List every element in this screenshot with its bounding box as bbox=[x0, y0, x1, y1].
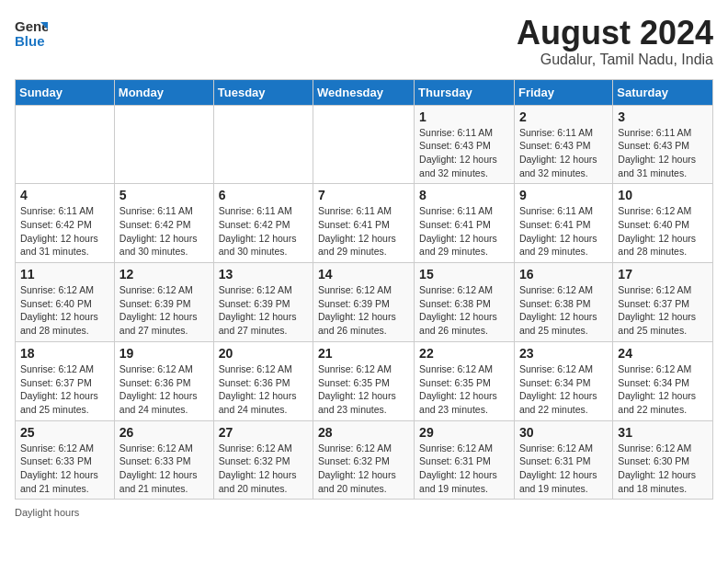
calendar-cell: 10Sunrise: 6:12 AM Sunset: 6:40 PM Dayli… bbox=[613, 184, 713, 263]
day-number: 28 bbox=[318, 425, 409, 440]
calendar-cell: 7Sunrise: 6:11 AM Sunset: 6:41 PM Daylig… bbox=[313, 184, 415, 263]
day-info: Sunrise: 6:11 AM Sunset: 6:42 PM Dayligh… bbox=[20, 204, 109, 259]
day-info: Sunrise: 6:11 AM Sunset: 6:43 PM Dayligh… bbox=[618, 126, 708, 180]
calendar-cell: 27Sunrise: 6:12 AM Sunset: 6:32 PM Dayli… bbox=[213, 420, 313, 500]
calendar-cell: 28Sunrise: 6:12 AM Sunset: 6:32 PM Dayli… bbox=[313, 420, 415, 500]
day-info: Sunrise: 6:12 AM Sunset: 6:37 PM Dayligh… bbox=[20, 362, 109, 417]
day-number: 1 bbox=[419, 109, 509, 124]
page-header: General Blue August 2024 Gudalur, Tamil … bbox=[15, 15, 713, 68]
day-info: Sunrise: 6:12 AM Sunset: 6:39 PM Dayligh… bbox=[318, 283, 409, 338]
day-info: Sunrise: 6:11 AM Sunset: 6:42 PM Dayligh… bbox=[219, 204, 308, 259]
day-info: Sunrise: 6:11 AM Sunset: 6:42 PM Dayligh… bbox=[119, 204, 209, 259]
calendar-cell bbox=[16, 105, 115, 184]
day-number: 22 bbox=[419, 346, 509, 361]
calendar-cell: 17Sunrise: 6:12 AM Sunset: 6:37 PM Dayli… bbox=[613, 263, 713, 342]
calendar-cell: 3Sunrise: 6:11 AM Sunset: 6:43 PM Daylig… bbox=[613, 105, 713, 184]
day-number: 19 bbox=[119, 346, 209, 361]
calendar-cell bbox=[313, 105, 415, 184]
day-info: Sunrise: 6:12 AM Sunset: 6:33 PM Dayligh… bbox=[20, 442, 109, 496]
calendar-cell: 6Sunrise: 6:11 AM Sunset: 6:42 PM Daylig… bbox=[213, 184, 313, 263]
footer-note: Daylight hours bbox=[15, 507, 713, 518]
calendar-cell: 21Sunrise: 6:12 AM Sunset: 6:35 PM Dayli… bbox=[313, 341, 415, 420]
day-info: Sunrise: 6:11 AM Sunset: 6:43 PM Dayligh… bbox=[519, 126, 608, 180]
day-number: 9 bbox=[519, 188, 608, 202]
svg-text:General: General bbox=[15, 18, 48, 34]
day-info: Sunrise: 6:12 AM Sunset: 6:39 PM Dayligh… bbox=[219, 283, 308, 338]
day-number: 6 bbox=[219, 188, 308, 202]
day-number: 8 bbox=[419, 188, 509, 202]
calendar-cell: 8Sunrise: 6:11 AM Sunset: 6:41 PM Daylig… bbox=[415, 184, 515, 263]
day-info: Sunrise: 6:12 AM Sunset: 6:40 PM Dayligh… bbox=[20, 283, 109, 338]
day-info: Sunrise: 6:11 AM Sunset: 6:41 PM Dayligh… bbox=[519, 204, 608, 259]
day-info: Sunrise: 6:12 AM Sunset: 6:30 PM Dayligh… bbox=[618, 442, 708, 496]
calendar-cell: 25Sunrise: 6:12 AM Sunset: 6:33 PM Dayli… bbox=[16, 420, 115, 500]
calendar-day-header: Friday bbox=[514, 79, 612, 105]
calendar-week-row: 11Sunrise: 6:12 AM Sunset: 6:40 PM Dayli… bbox=[16, 263, 713, 342]
day-number: 24 bbox=[618, 346, 708, 361]
calendar-cell: 4Sunrise: 6:11 AM Sunset: 6:42 PM Daylig… bbox=[16, 184, 115, 263]
calendar-cell: 18Sunrise: 6:12 AM Sunset: 6:37 PM Dayli… bbox=[16, 341, 115, 420]
day-info: Sunrise: 6:12 AM Sunset: 6:39 PM Dayligh… bbox=[119, 283, 209, 338]
calendar-cell: 29Sunrise: 6:12 AM Sunset: 6:31 PM Dayli… bbox=[415, 420, 515, 500]
calendar-cell: 9Sunrise: 6:11 AM Sunset: 6:41 PM Daylig… bbox=[514, 184, 612, 263]
day-number: 27 bbox=[219, 425, 308, 440]
calendar-week-row: 25Sunrise: 6:12 AM Sunset: 6:33 PM Dayli… bbox=[16, 420, 713, 500]
day-info: Sunrise: 6:12 AM Sunset: 6:38 PM Dayligh… bbox=[519, 283, 608, 338]
day-info: Sunrise: 6:12 AM Sunset: 6:32 PM Dayligh… bbox=[219, 442, 308, 496]
calendar-cell: 26Sunrise: 6:12 AM Sunset: 6:33 PM Dayli… bbox=[114, 420, 213, 500]
day-number: 26 bbox=[119, 425, 209, 440]
day-info: Sunrise: 6:11 AM Sunset: 6:41 PM Dayligh… bbox=[419, 204, 509, 259]
day-info: Sunrise: 6:12 AM Sunset: 6:31 PM Dayligh… bbox=[419, 442, 509, 496]
calendar-cell bbox=[213, 105, 313, 184]
calendar-week-row: 4Sunrise: 6:11 AM Sunset: 6:42 PM Daylig… bbox=[16, 184, 713, 263]
day-number: 29 bbox=[419, 425, 509, 440]
day-number: 14 bbox=[318, 267, 409, 282]
calendar-day-header: Saturday bbox=[613, 79, 713, 105]
calendar-cell: 15Sunrise: 6:12 AM Sunset: 6:38 PM Dayli… bbox=[415, 263, 515, 342]
day-info: Sunrise: 6:11 AM Sunset: 6:41 PM Dayligh… bbox=[318, 204, 409, 259]
day-info: Sunrise: 6:12 AM Sunset: 6:32 PM Dayligh… bbox=[318, 442, 409, 496]
calendar-cell: 30Sunrise: 6:12 AM Sunset: 6:31 PM Dayli… bbox=[514, 420, 612, 500]
calendar-cell: 16Sunrise: 6:12 AM Sunset: 6:38 PM Dayli… bbox=[514, 263, 612, 342]
location-subtitle: Gudalur, Tamil Nadu, India bbox=[517, 52, 713, 68]
calendar-week-row: 1Sunrise: 6:11 AM Sunset: 6:43 PM Daylig… bbox=[16, 105, 713, 184]
calendar-cell: 11Sunrise: 6:12 AM Sunset: 6:40 PM Dayli… bbox=[16, 263, 115, 342]
calendar-cell: 19Sunrise: 6:12 AM Sunset: 6:36 PM Dayli… bbox=[114, 341, 213, 420]
day-info: Sunrise: 6:12 AM Sunset: 6:31 PM Dayligh… bbox=[519, 442, 608, 496]
day-number: 3 bbox=[618, 109, 708, 124]
day-info: Sunrise: 6:12 AM Sunset: 6:34 PM Dayligh… bbox=[519, 362, 608, 417]
day-info: Sunrise: 6:12 AM Sunset: 6:35 PM Dayligh… bbox=[318, 362, 409, 417]
calendar-day-header: Thursday bbox=[415, 79, 515, 105]
day-number: 23 bbox=[519, 346, 608, 361]
calendar-cell: 5Sunrise: 6:11 AM Sunset: 6:42 PM Daylig… bbox=[114, 184, 213, 263]
calendar-day-header: Sunday bbox=[16, 79, 115, 105]
day-number: 15 bbox=[419, 267, 509, 282]
logo: General Blue bbox=[15, 15, 48, 48]
day-number: 16 bbox=[519, 267, 608, 282]
day-info: Sunrise: 6:12 AM Sunset: 6:34 PM Dayligh… bbox=[618, 362, 708, 417]
day-info: Sunrise: 6:12 AM Sunset: 6:36 PM Dayligh… bbox=[119, 362, 209, 417]
calendar-cell: 2Sunrise: 6:11 AM Sunset: 6:43 PM Daylig… bbox=[514, 105, 612, 184]
day-number: 12 bbox=[119, 267, 209, 282]
calendar-cell: 20Sunrise: 6:12 AM Sunset: 6:36 PM Dayli… bbox=[213, 341, 313, 420]
svg-text:Blue: Blue bbox=[15, 33, 45, 48]
day-info: Sunrise: 6:12 AM Sunset: 6:37 PM Dayligh… bbox=[618, 283, 708, 338]
day-number: 31 bbox=[618, 425, 708, 440]
calendar-cell: 23Sunrise: 6:12 AM Sunset: 6:34 PM Dayli… bbox=[514, 341, 612, 420]
calendar-cell: 1Sunrise: 6:11 AM Sunset: 6:43 PM Daylig… bbox=[415, 105, 515, 184]
logo-icon: General Blue bbox=[15, 15, 48, 48]
calendar-day-header: Tuesday bbox=[213, 79, 313, 105]
month-year-title: August 2024 bbox=[517, 15, 713, 52]
day-info: Sunrise: 6:12 AM Sunset: 6:38 PM Dayligh… bbox=[419, 283, 509, 338]
calendar-day-header: Wednesday bbox=[313, 79, 415, 105]
day-number: 5 bbox=[119, 188, 209, 202]
calendar-cell: 22Sunrise: 6:12 AM Sunset: 6:35 PM Dayli… bbox=[415, 341, 515, 420]
calendar-header-row: SundayMondayTuesdayWednesdayThursdayFrid… bbox=[16, 79, 713, 105]
day-info: Sunrise: 6:12 AM Sunset: 6:35 PM Dayligh… bbox=[419, 362, 509, 417]
day-info: Sunrise: 6:12 AM Sunset: 6:40 PM Dayligh… bbox=[618, 204, 708, 259]
calendar-day-header: Monday bbox=[114, 79, 213, 105]
day-number: 18 bbox=[20, 346, 109, 361]
day-number: 10 bbox=[618, 188, 708, 202]
calendar-cell bbox=[114, 105, 213, 184]
day-number: 11 bbox=[20, 267, 109, 282]
